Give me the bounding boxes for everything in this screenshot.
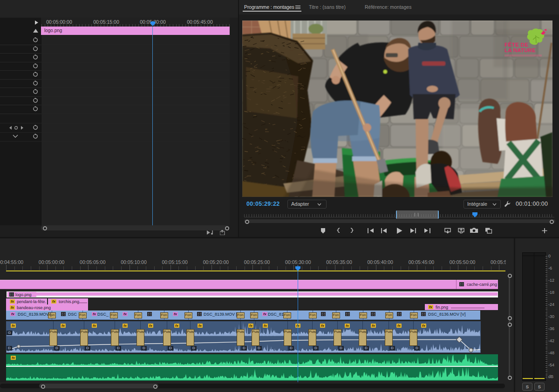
svg-text:LA NATURE: LA NATURE [504, 47, 536, 53]
svg-text:FÊTE DE: FÊTE DE [504, 42, 528, 47]
